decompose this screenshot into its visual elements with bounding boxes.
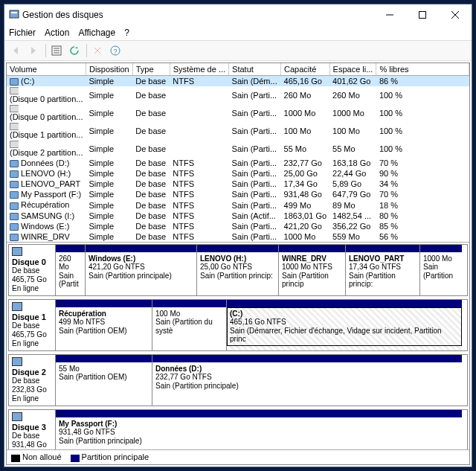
col-capacity[interactable]: Capacité: [281, 63, 330, 76]
partition[interactable]: 260 MoSain (Partit: [56, 245, 86, 295]
refresh-button[interactable]: [66, 42, 83, 59]
table-row[interactable]: LENOVO_PARTSimpleDe baseNTFSSain (Parti.…: [7, 179, 469, 189]
graphical-view[interactable]: Disque 0De base465,75 GoEn ligne260 MoSa…: [7, 243, 469, 449]
legend: Non alloué Partition principale: [7, 449, 469, 464]
disk-management-window: Gestion des disques Fichier Action Affic…: [4, 4, 472, 467]
drive-icon: [10, 191, 19, 199]
partition[interactable]: LENOVO (H:)25,00 Go NTFSSain (Partition …: [197, 245, 279, 295]
partition[interactable]: Récupération499 Mo NTFSSain (Partition O…: [56, 300, 152, 350]
disk-icon: [12, 357, 22, 366]
col-status[interactable]: Statut: [229, 63, 281, 76]
drive-icon: [10, 223, 19, 231]
partition-icon: [10, 123, 19, 130]
disk-icon: [12, 247, 22, 256]
drive-icon: [10, 213, 19, 220]
disk-icon: [12, 302, 22, 311]
disk-row[interactable]: Disque 3De base931,48 GoEn ligneMy Passp…: [8, 409, 468, 449]
table-row[interactable]: (Disque 2 partition...SimpleDe baseSain …: [7, 140, 469, 158]
drive-icon: [10, 78, 19, 86]
partition[interactable]: 100 MoSain (Partition du systè: [152, 300, 227, 350]
partition[interactable]: Données (D:)232,77 Go NTFSSain (Partitio…: [152, 355, 462, 406]
partition[interactable]: (C:)465,16 Go NTFSSain (Démarrer, Fichie…: [227, 300, 462, 350]
volume-list[interactable]: Volume Disposition Type Système de ... S…: [7, 63, 469, 243]
table-row[interactable]: (Disque 0 partition...SimpleDe baseSain …: [7, 86, 469, 104]
legend-primary: Partition principale: [71, 452, 149, 461]
table-row[interactable]: Windows (E:)SimpleDe baseNTFSSain (Parti…: [7, 221, 469, 231]
properties-button[interactable]: [48, 42, 65, 59]
window-title: Gestion des disques: [22, 10, 373, 20]
menu-file[interactable]: Fichier: [9, 28, 36, 38]
disk-icon: [12, 412, 22, 421]
help-button[interactable]: ?: [107, 42, 123, 59]
table-row[interactable]: (Disque 0 partition...SimpleDe baseSain …: [7, 104, 469, 122]
legend-unallocated: Non alloué: [11, 452, 62, 461]
col-type[interactable]: Type: [132, 63, 170, 76]
maximize-button[interactable]: [406, 4, 439, 25]
drive-icon: [10, 181, 19, 188]
close-button[interactable]: [439, 4, 472, 25]
disk-info[interactable]: Disque 3De base931,48 GoEn ligne: [8, 409, 56, 449]
disk-row[interactable]: Disque 1De base465,75 GoEn ligneRécupéra…: [8, 299, 468, 351]
drive-icon: [10, 202, 19, 210]
partition[interactable]: Windows (E:)421,20 Go NTFSSain (Partitio…: [86, 245, 197, 295]
table-row[interactable]: My Passport (F:)SimpleDe baseNTFSSain (P…: [7, 189, 469, 199]
partition[interactable]: 55 MoSain (Partition OEM): [56, 355, 152, 406]
disk-row[interactable]: Disque 2De base232,83 GoEn ligne55 MoSai…: [8, 354, 468, 406]
partition-icon: [10, 141, 19, 148]
menu-action[interactable]: Action: [45, 28, 69, 38]
svg-text:?: ?: [113, 48, 117, 55]
svg-rect-1: [11, 12, 17, 13]
col-volume[interactable]: Volume: [7, 63, 86, 76]
disk-info[interactable]: Disque 2De base232,83 GoEn ligne: [8, 354, 56, 406]
partition[interactable]: LENOVO_PART17,34 Go NTFSSain (Partition …: [346, 245, 420, 295]
forward-button: [25, 42, 42, 59]
partition[interactable]: 1000 MoSain (Partition: [420, 245, 462, 295]
menu-view[interactable]: Affichage: [78, 28, 115, 38]
toolbar: ?: [4, 40, 472, 61]
table-row[interactable]: RécupérationSimpleDe baseNTFSSain (Parti…: [7, 199, 469, 210]
menubar: Fichier Action Affichage ?: [4, 25, 472, 40]
titlebar[interactable]: Gestion des disques: [4, 4, 472, 25]
content-area: Volume Disposition Type Système de ... S…: [6, 63, 470, 465]
drive-icon: [10, 170, 19, 178]
table-row[interactable]: SAMSUNG (I:)SimpleDe baseNTFSSain (Actif…: [7, 211, 469, 221]
disk-row[interactable]: Disque 0De base465,75 GoEn ligne260 MoSa…: [8, 244, 468, 296]
col-fs[interactable]: Système de ...: [170, 63, 228, 76]
partition[interactable]: My Passport (F:)931,48 Go NTFSSain (Part…: [56, 410, 462, 449]
col-layout[interactable]: Disposition: [86, 63, 132, 76]
back-button: [7, 42, 24, 59]
table-row[interactable]: Données (D:)SimpleDe baseNTFSSain (Parti…: [7, 158, 469, 168]
app-icon: [9, 9, 19, 21]
svg-rect-3: [419, 12, 426, 19]
table-row[interactable]: (C:)SimpleDe baseNTFSSain (Dém...465,16 …: [7, 76, 469, 87]
table-row[interactable]: WINRE_DRVSimpleDe baseNTFSSain (Parti...…: [7, 231, 469, 242]
disk-info[interactable]: Disque 1De base465,75 GoEn ligne: [8, 299, 56, 351]
drive-icon: [10, 234, 19, 241]
disk-info[interactable]: Disque 0De base465,75 GoEn ligne: [8, 244, 56, 296]
table-row[interactable]: (Disque 1 partition...SimpleDe baseSain …: [7, 122, 469, 140]
col-free[interactable]: Espace li...: [329, 63, 376, 76]
partition[interactable]: WINRE_DRV1000 Mo NTFSSain (Partition pri…: [279, 245, 346, 295]
menu-help[interactable]: ?: [124, 28, 129, 38]
delete-button: [89, 42, 106, 59]
minimize-button[interactable]: [373, 4, 406, 25]
drive-icon: [10, 160, 19, 167]
partition-icon: [10, 105, 19, 112]
table-row[interactable]: LENOVO (H:)SimpleDe baseNTFSSain (Parti.…: [7, 168, 469, 179]
partition-icon: [10, 87, 19, 94]
svg-rect-0: [10, 10, 19, 18]
col-pct[interactable]: % libres: [376, 63, 469, 76]
